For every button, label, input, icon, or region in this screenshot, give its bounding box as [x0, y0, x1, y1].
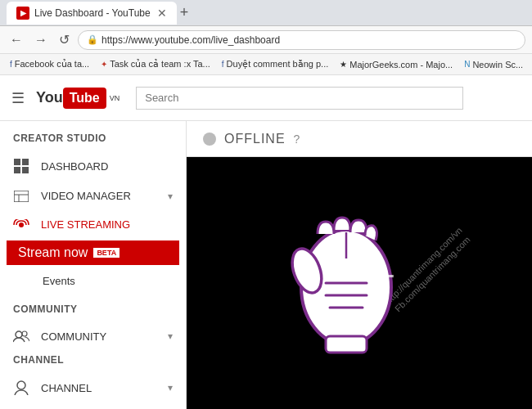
svg-rect-4 — [14, 191, 29, 202]
stream-now-label: Stream now — [18, 245, 88, 260]
community-section-label: COMMUNITY — [41, 330, 168, 343]
back-button[interactable]: ← — [7, 31, 26, 49]
bookmark-label: Neowin Sc... — [472, 60, 523, 70]
svg-rect-0 — [14, 159, 20, 165]
search-input[interactable] — [136, 87, 463, 110]
bookmark-task[interactable]: ✦ Task của cả team :x Ta... — [96, 57, 215, 71]
dashboard-label: DASHBOARD — [41, 160, 173, 173]
task-icon: ✦ — [101, 60, 107, 69]
tab-close-button[interactable]: ✕ — [157, 7, 167, 20]
content-area: OFFLINE ? http://quantrimang.com/vn Fb.c… — [187, 121, 532, 409]
channel-icon — [13, 380, 29, 395]
logo-you: You — [36, 89, 63, 106]
svg-point-8 — [16, 331, 22, 338]
browser-tab[interactable]: ▶ Live Dashboard - YouTube ✕ — [7, 2, 177, 25]
bookmark-fb2[interactable]: f Duyệt comment bằng p... — [217, 57, 333, 71]
dashboard-icon — [13, 159, 29, 173]
url-input[interactable]: 🔒 https://www.youtube.com/live_dashboard — [78, 30, 525, 50]
bookmark-label: Task của cả team :x Ta... — [110, 59, 210, 70]
community-label: COMMUNITY — [0, 295, 186, 321]
browser-title-bar: ▶ Live Dashboard - YouTube ✕ + — [0, 0, 532, 26]
channel-arrow: ▾ — [168, 382, 173, 393]
bookmark-neowin[interactable]: N Neowin Sc... — [459, 58, 528, 71]
facebook-icon-2: f — [222, 60, 224, 69]
sidebar-item-dashboard[interactable]: DASHBOARD — [0, 151, 186, 182]
bookmark-label: Facebook của ta... — [15, 59, 89, 70]
bookmark-major[interactable]: ★ MajorGeeks.com - Majo... — [335, 58, 458, 71]
forward-button[interactable]: → — [31, 31, 51, 49]
sidebar: CREATOR STUDIO DASHBOARD VIDEO MANAGER ▾ — [0, 121, 187, 409]
sidebar-item-live-streaming[interactable]: LIVE STREAMING — [0, 210, 186, 239]
video-preview: http://quantrimang.com/vn Fb.com/quantri… — [187, 157, 532, 409]
tab-favicon: ▶ — [16, 7, 29, 20]
url-text: https://www.youtube.com/live_dashboard — [101, 34, 280, 46]
logo-tube-text: Tube — [70, 91, 100, 105]
svg-rect-3 — [22, 167, 29, 173]
logo-tube-box: Tube — [63, 88, 106, 109]
sidebar-item-events[interactable]: Events — [0, 267, 186, 295]
svg-rect-2 — [14, 167, 20, 173]
logo-vn: VN — [110, 94, 120, 102]
refresh-button[interactable]: ↺ — [56, 30, 73, 49]
offline-indicator — [203, 133, 216, 146]
video-manager-label: VIDEO MANAGER — [41, 190, 168, 202]
address-bar: ← → ↺ 🔒 https://www.youtube.com/live_das… — [0, 26, 532, 54]
svg-rect-1 — [22, 159, 29, 165]
channel-label: CHANNEL — [0, 351, 186, 372]
bookmarks-bar: f Facebook của ta... ✦ Task của cả team … — [0, 54, 532, 75]
bookmark-label: MajorGeeks.com - Majo... — [349, 60, 453, 70]
neowin-icon: N — [464, 60, 470, 69]
youtube-logo[interactable]: You Tube VN — [36, 88, 119, 109]
facebook-icon: f — [10, 60, 12, 69]
main-layout: CREATOR STUDIO DASHBOARD VIDEO MANAGER ▾ — [0, 121, 532, 409]
events-label: Events — [43, 275, 173, 287]
live-streaming-icon — [13, 219, 29, 231]
live-streaming-label: LIVE STREAMING — [41, 218, 173, 231]
tab-title: Live Dashboard - YouTube — [34, 7, 151, 19]
offline-label: OFFLINE — [224, 132, 286, 146]
sidebar-item-stream-now[interactable]: Stream now BETA — [7, 240, 179, 265]
channel-section-label: CHANNEL — [41, 382, 168, 394]
beta-badge: BETA — [92, 247, 120, 258]
hamburger-menu-button[interactable]: ☰ — [11, 89, 25, 107]
community-arrow: ▾ — [168, 330, 173, 342]
creator-studio-label: CREATOR STUDIO — [0, 121, 186, 151]
video-manager-icon — [13, 191, 29, 202]
sidebar-item-community[interactable]: COMMUNITY ▾ — [0, 321, 186, 351]
community-icon — [13, 330, 29, 343]
major-icon: ★ — [340, 60, 347, 69]
video-t-letter: T — [380, 270, 394, 296]
sidebar-item-channel[interactable]: CHANNEL ▾ — [0, 372, 186, 403]
svg-point-7 — [19, 222, 24, 227]
offline-help-button[interactable]: ? — [294, 133, 300, 146]
svg-point-9 — [22, 331, 27, 336]
svg-point-10 — [17, 381, 25, 389]
sidebar-item-video-manager[interactable]: VIDEO MANAGER ▾ — [0, 182, 186, 210]
video-manager-arrow: ▾ — [168, 191, 173, 202]
lock-icon: 🔒 — [87, 34, 98, 45]
new-tab-button[interactable]: + — [180, 4, 189, 21]
bookmark-label: Duyệt comment bằng p... — [227, 59, 329, 70]
bookmark-fb1[interactable]: f Facebook của ta... — [5, 57, 94, 71]
svg-rect-17 — [326, 336, 367, 353]
offline-bar: OFFLINE ? — [187, 121, 532, 157]
youtube-header: ☰ You Tube VN — [0, 75, 532, 121]
